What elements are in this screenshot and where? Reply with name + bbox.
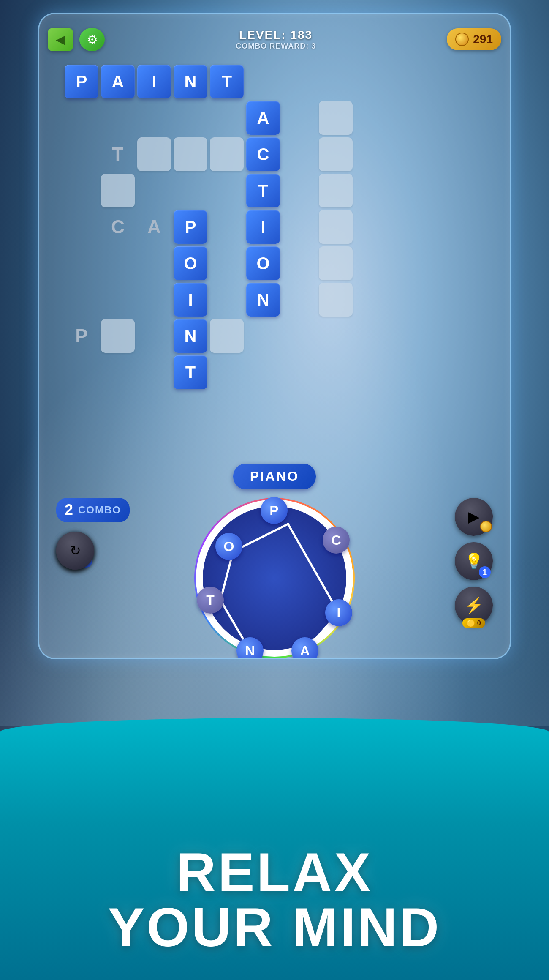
- letter-wheel: P C I A N T O: [194, 498, 355, 658]
- cell-6-2: [137, 283, 171, 317]
- cell-4-5: I: [246, 210, 280, 244]
- level-text: LEVEL: 183: [236, 28, 316, 42]
- cell-4-3: P: [174, 210, 207, 244]
- cell-4-4: [210, 210, 244, 244]
- cell-7-5: [246, 319, 280, 353]
- cell-8-0: [65, 355, 98, 389]
- cell-4-2: A: [137, 210, 171, 244]
- combo-number: 2: [65, 501, 73, 519]
- cell-5-7: [319, 246, 353, 280]
- cell-5-6: [283, 246, 316, 280]
- settings-button[interactable]: [79, 28, 105, 51]
- grid-row-5: OO: [65, 246, 484, 280]
- cell-1-4: [210, 101, 244, 135]
- letter-C[interactable]: C: [323, 527, 350, 554]
- cell-4-7: [319, 210, 353, 244]
- cell-6-4: [210, 283, 244, 317]
- cell-0-2: I: [137, 65, 171, 98]
- letter-I[interactable]: I: [325, 599, 352, 626]
- combo-label: COMBO: [78, 504, 121, 516]
- cell-1-3: [174, 101, 207, 135]
- cell-8-4: [210, 355, 244, 389]
- cell-5-1: [101, 246, 135, 280]
- cell-1-2: [137, 101, 171, 135]
- cell-2-7: [319, 137, 353, 171]
- left-buttons: 🚀 2 ⭐ ↻: [56, 532, 94, 570]
- grid-row-6: IN: [65, 283, 484, 317]
- cell-7-1: [101, 319, 135, 353]
- cell-3-2: [137, 174, 171, 207]
- cell-5-2: [137, 246, 171, 280]
- letter-T[interactable]: T: [197, 587, 224, 614]
- lightning-button[interactable]: ⚡ 🟡 0: [455, 587, 493, 625]
- refresh-button[interactable]: ↻: [56, 532, 94, 570]
- cell-8-2: [137, 355, 171, 389]
- cell-6-1: [101, 283, 135, 317]
- cell-7-4: [210, 319, 244, 353]
- video-button[interactable]: ▶: [455, 498, 493, 536]
- cell-6-7: [319, 283, 353, 317]
- header-left: [48, 28, 105, 51]
- grid-row-2: TC: [65, 137, 484, 171]
- cell-7-7: [319, 319, 353, 353]
- cell-3-0: [65, 174, 98, 207]
- cell-0-6: [283, 65, 316, 98]
- grid-row-7: PN: [65, 319, 484, 353]
- letter-O[interactable]: O: [215, 533, 242, 560]
- cell-8-1: [101, 355, 135, 389]
- word-display: PIANO: [233, 464, 316, 489]
- tagline: RELAX YOUR MIND: [0, 845, 549, 955]
- tagline-line1: RELAX: [0, 845, 549, 900]
- cell-2-4: [210, 137, 244, 171]
- cell-2-3: [174, 137, 207, 171]
- cell-0-1: A: [101, 65, 135, 98]
- tagline-line2: YOUR MIND: [0, 900, 549, 955]
- letter-P[interactable]: P: [261, 497, 288, 524]
- cell-6-6: [283, 283, 316, 317]
- hint-badge: 1: [479, 566, 491, 578]
- cell-0-3: N: [174, 65, 207, 98]
- coin-count: 291: [473, 33, 493, 46]
- refresh-icon: ↻: [70, 543, 81, 559]
- cell-2-1: T: [101, 137, 135, 171]
- back-button[interactable]: [48, 28, 73, 51]
- grid-row-1: A: [65, 101, 484, 135]
- bottom-wave: RELAX YOUR MIND: [0, 718, 549, 980]
- crossword-grid: PAINTATCTCAPIOOINPNT: [65, 65, 484, 392]
- cell-4-1: C: [101, 210, 135, 244]
- cell-1-0: [65, 101, 98, 135]
- coin-icon: [455, 33, 469, 46]
- header: LEVEL: 183 COMBO REWARD: 3 291: [48, 22, 501, 56]
- cell-1-7: [319, 101, 353, 135]
- cell-3-1: [101, 174, 135, 207]
- cell-0-4: T: [210, 65, 244, 98]
- cell-0-0: P: [65, 65, 98, 98]
- cell-2-2: [137, 137, 171, 171]
- cell-5-4: [210, 246, 244, 280]
- cell-5-0: [65, 246, 98, 280]
- cell-7-6: [283, 319, 316, 353]
- cell-3-7: [319, 174, 353, 207]
- coin-display: 291: [447, 28, 501, 50]
- video-icon: ▶: [468, 508, 480, 526]
- cell-6-3: I: [174, 283, 207, 317]
- cell-5-5: O: [246, 246, 280, 280]
- grid-row-8: T: [65, 355, 484, 389]
- phone-frame: LEVEL: 183 COMBO REWARD: 3 291 PAINTATCT…: [38, 13, 511, 659]
- header-center: LEVEL: 183 COMBO REWARD: 3: [236, 28, 316, 51]
- cell-0-7: [319, 65, 353, 98]
- cell-7-2: [137, 319, 171, 353]
- cell-3-6: [283, 174, 316, 207]
- cell-8-6: [283, 355, 316, 389]
- cell-3-5: T: [246, 174, 280, 207]
- cell-1-1: [101, 101, 135, 135]
- cell-3-3: [174, 174, 207, 207]
- hint-button[interactable]: 💡 1: [455, 542, 493, 580]
- cell-2-6: [283, 137, 316, 171]
- cell-1-6: [283, 101, 316, 135]
- lightning-icon: ⚡: [465, 597, 484, 614]
- combo-reward-text: COMBO REWARD: 3: [236, 42, 316, 51]
- cell-6-5: N: [246, 283, 280, 317]
- cell-1-5: A: [246, 101, 280, 135]
- cell-7-3: N: [174, 319, 207, 353]
